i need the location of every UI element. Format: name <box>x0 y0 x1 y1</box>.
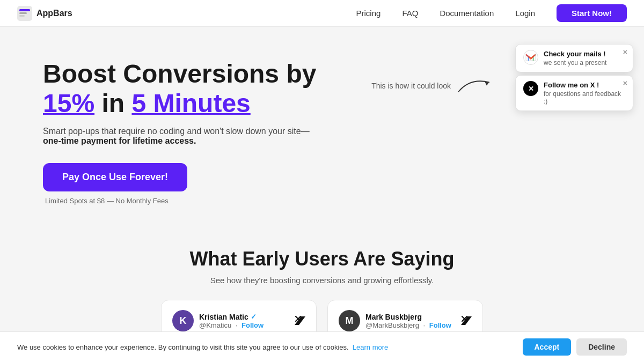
cookie-decline-button[interactable]: Decline <box>576 338 627 356</box>
hero-subtitle: Smart pop-ups that require no coding and… <box>43 127 322 146</box>
svg-marker-4 <box>485 81 489 86</box>
card2-handle: @MarkBuskbjerg · Follow <box>365 321 451 329</box>
svg-rect-1 <box>19 9 30 11</box>
card1-header: K Kristian Matic ✓ @Kmaticu · Follow <box>172 310 305 331</box>
logo[interactable]: AppBars <box>17 6 72 21</box>
cta-note: Limited Spots at $8 — No Monthly Fees <box>45 197 601 205</box>
svg-rect-3 <box>19 15 25 17</box>
x-popup-close[interactable]: × <box>623 79 627 87</box>
nav-pricing[interactable]: Pricing <box>356 9 381 18</box>
gmail-popup-content: Check your mails ! we sent you a present <box>544 50 606 67</box>
x-popup-title: Follow me on X ! <box>544 81 625 89</box>
pay-once-button[interactable]: Pay Once Use Forever! <box>43 163 187 191</box>
card1-verified-badge: ✓ <box>251 313 257 321</box>
navbar: AppBars Pricing FAQ Documentation Login … <box>0 0 644 27</box>
cookie-text: We use cookies to enhance your experienc… <box>17 343 388 351</box>
logo-text: AppBars <box>36 9 72 18</box>
card1-user-info: Kristian Matic ✓ @Kmaticu · Follow <box>199 313 264 329</box>
x-popup-content: Follow me on X ! for questions and feedb… <box>544 81 625 105</box>
card1-avatar: K <box>172 310 194 331</box>
gmail-popup-desc: we sent you a present <box>544 59 606 67</box>
card2-header: M Mark Buskbjerg @MarkBuskbjerg · Follow <box>339 310 472 331</box>
nav-links: Pricing FAQ Documentation Login <box>356 9 535 18</box>
x-popup-desc: for questions and feedback :) <box>544 90 625 105</box>
card1-follow-link[interactable]: Follow <box>241 321 264 329</box>
demo-hint-text: This is how it could look <box>371 82 451 90</box>
card1-x-logo <box>295 315 305 326</box>
testimonials-subtitle: See how they're boosting conversions and… <box>43 276 601 285</box>
gmail-popup-title: Check your mails ! <box>544 50 606 58</box>
card2-avatar: M <box>339 310 360 331</box>
cookie-accept-button[interactable]: Accept <box>523 338 572 356</box>
popup-gmail: Check your mails ! we sent you a present… <box>515 44 633 72</box>
gmail-popup-close[interactable]: × <box>623 48 627 56</box>
card2-x-logo <box>461 315 472 326</box>
x-icon: ✕ <box>523 81 538 96</box>
cookie-banner: We use cookies to enhance your experienc… <box>0 331 644 362</box>
popup-x: ✕ Follow me on X ! for questions and fee… <box>515 75 633 111</box>
nav-login[interactable]: Login <box>515 9 535 18</box>
testimonials-title: What Early Users Are Saying <box>43 248 601 270</box>
card2-follow-link[interactable]: Follow <box>429 321 451 329</box>
cookie-actions: Accept Decline <box>523 338 627 356</box>
hero-highlight-15: 15% <box>43 89 94 117</box>
hero-title: Boost Conversions by 15% in 5 Minutes <box>43 59 365 118</box>
card2-user-info: Mark Buskbjerg @MarkBuskbjerg · Follow <box>365 313 451 329</box>
start-now-button[interactable]: Start Now! <box>557 4 627 22</box>
nav-faq[interactable]: FAQ <box>402 9 418 18</box>
hero-section: Boost Conversions by 15% in 5 Minutes Sm… <box>0 27 644 226</box>
demo-arrow-icon <box>456 75 494 97</box>
card1-name: Kristian Matic ✓ <box>199 313 264 321</box>
nav-documentation[interactable]: Documentation <box>440 9 494 18</box>
demo-hint: This is how it could look <box>371 75 494 97</box>
gmail-icon <box>523 50 538 65</box>
logo-icon <box>17 6 32 21</box>
card1-handle: @Kmaticu · Follow <box>199 321 264 329</box>
hero-highlight-5min: 5 Minutes <box>131 89 250 117</box>
card2-name: Mark Buskbjerg <box>365 313 451 321</box>
svg-rect-2 <box>19 12 27 14</box>
cookie-learn-more-link[interactable]: Learn more <box>353 343 388 351</box>
